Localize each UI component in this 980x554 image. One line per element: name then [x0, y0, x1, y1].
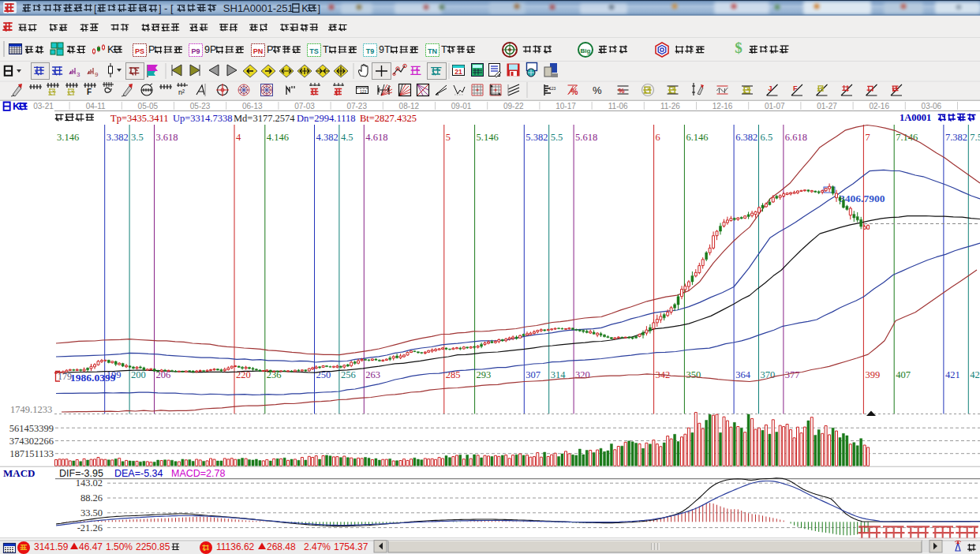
- svg-text:T: T: [323, 44, 329, 55]
- svg-text:DEA=-5.34: DEA=-5.34: [114, 468, 163, 479]
- svg-text:561453399: 561453399: [9, 423, 54, 434]
- svg-text:46.47: 46.47: [79, 541, 103, 552]
- svg-text:5.5: 5.5: [551, 132, 563, 143]
- svg-text:6.618: 6.618: [785, 132, 807, 143]
- svg-text:01-27: 01-27: [817, 102, 837, 110]
- svg-text:05-23: 05-23: [190, 102, 211, 110]
- svg-text:T: T: [441, 44, 447, 55]
- svg-text:123: 123: [549, 86, 556, 91]
- svg-text:TS: TS: [309, 47, 319, 55]
- svg-text:5.382: 5.382: [526, 132, 548, 143]
- svg-text:07-23: 07-23: [346, 102, 367, 110]
- svg-text:421: 421: [945, 369, 960, 380]
- svg-text:187151133: 187151133: [9, 448, 54, 459]
- svg-text:3.382: 3.382: [107, 132, 129, 143]
- svg-text:256: 256: [341, 369, 356, 380]
- svg-text:399: 399: [865, 369, 880, 380]
- svg-text:4.618: 4.618: [365, 132, 387, 143]
- svg-text:12-16: 12-16: [713, 102, 733, 110]
- svg-text:350: 350: [686, 369, 701, 380]
- svg-text:2250.85: 2250.85: [136, 541, 170, 552]
- svg-text:09-01: 09-01: [451, 102, 472, 110]
- svg-text:200: 200: [131, 369, 146, 380]
- svg-text:6: 6: [656, 132, 660, 143]
- svg-text:%: %: [593, 84, 602, 96]
- svg-text:] - [: ] - [: [159, 2, 174, 14]
- svg-text:SH1A0001-251: SH1A0001-251: [218, 2, 294, 14]
- svg-text:320: 320: [575, 369, 590, 380]
- svg-text:33.50: 33.50: [80, 507, 103, 518]
- svg-text:[: [: [94, 2, 97, 14]
- svg-text:3.5: 3.5: [131, 132, 144, 143]
- svg-text:J: J: [769, 84, 772, 92]
- svg-text:268.48: 268.48: [267, 541, 296, 552]
- svg-text:293: 293: [477, 369, 492, 380]
- svg-text:3141.59: 3141.59: [34, 541, 69, 552]
- svg-text:06-13: 06-13: [242, 102, 263, 110]
- svg-text:407: 407: [896, 369, 911, 380]
- svg-text:PS: PS: [135, 47, 144, 55]
- svg-text:-21.26: -21.26: [77, 522, 103, 533]
- svg-text:%: %: [571, 88, 578, 96]
- svg-text:9P: 9P: [204, 44, 216, 55]
- svg-text:2.47%: 2.47%: [304, 541, 331, 552]
- svg-text:11136.62: 11136.62: [216, 541, 255, 552]
- svg-text:6.382: 6.382: [735, 132, 757, 143]
- svg-text:Up=3314.7338: Up=3314.7338: [173, 113, 232, 124]
- svg-text:09-22: 09-22: [503, 102, 524, 110]
- svg-text:Bt=2827.4325: Bt=2827.4325: [360, 113, 417, 124]
- svg-text:07-03: 07-03: [294, 102, 315, 110]
- svg-text:$: $: [735, 39, 742, 56]
- svg-text:Big: Big: [581, 47, 591, 54]
- svg-text:05-05: 05-05: [138, 102, 159, 110]
- svg-text:3.146: 3.146: [57, 132, 79, 143]
- svg-text:6.146: 6.146: [686, 132, 708, 143]
- svg-text:7.146: 7.146: [896, 132, 918, 143]
- svg-text:3406.7900: 3406.7900: [840, 193, 885, 204]
- svg-text:P9: P9: [191, 47, 200, 55]
- svg-text:364: 364: [735, 369, 751, 380]
- svg-text:1749.1233: 1749.1233: [10, 404, 52, 415]
- svg-text:4.382: 4.382: [316, 132, 339, 143]
- svg-text:K: K: [107, 43, 114, 55]
- svg-text:1A0001: 1A0001: [900, 112, 931, 123]
- svg-text:n²: n²: [178, 88, 185, 96]
- svg-text:3.618: 3.618: [155, 132, 178, 143]
- svg-text:9T: 9T: [379, 44, 391, 55]
- svg-text:263: 263: [365, 369, 380, 380]
- svg-text:5.146: 5.146: [477, 132, 499, 143]
- svg-text:1.50%: 1.50%: [106, 541, 133, 552]
- svg-text:PN: PN: [253, 47, 264, 55]
- svg-text:]: ]: [317, 2, 320, 14]
- svg-text:MACD=2.78: MACD=2.78: [171, 468, 225, 479]
- svg-text:10-17: 10-17: [555, 102, 576, 110]
- svg-text:374302266: 374302266: [9, 436, 54, 447]
- svg-text:03-21: 03-21: [33, 102, 54, 110]
- svg-text:F: F: [87, 88, 92, 96]
- svg-text:11-26: 11-26: [660, 102, 680, 110]
- svg-text:5: 5: [446, 132, 451, 143]
- svg-text:143.02: 143.02: [76, 477, 103, 488]
- svg-text:307: 307: [526, 369, 540, 380]
- svg-text:3: 3: [77, 71, 80, 78]
- svg-text:4.146: 4.146: [267, 132, 289, 143]
- svg-text:21: 21: [454, 68, 462, 76]
- svg-text:%: %: [619, 87, 625, 95]
- svg-text:4: 4: [236, 132, 241, 143]
- svg-text:1754.37: 1754.37: [334, 541, 368, 552]
- svg-text:01-07: 01-07: [765, 102, 785, 110]
- svg-text:Md=3177.2574: Md=3177.2574: [234, 113, 295, 124]
- svg-text:TN: TN: [428, 47, 437, 55]
- svg-text:P: P: [267, 44, 273, 55]
- svg-text:P: P: [148, 44, 155, 55]
- svg-text:4.5: 4.5: [341, 132, 353, 143]
- svg-text:Tp=3435.3411: Tp=3435.3411: [110, 113, 169, 124]
- svg-text:1986.0399: 1986.0399: [70, 372, 116, 384]
- svg-text:7: 7: [865, 132, 870, 143]
- svg-text:7.5: 7.5: [970, 132, 980, 143]
- svg-text:11-06: 11-06: [608, 102, 628, 110]
- svg-text:5.618: 5.618: [575, 132, 597, 143]
- svg-text:428: 428: [970, 369, 980, 380]
- svg-text:9: 9: [95, 71, 99, 78]
- svg-text:Dn=2994.1118: Dn=2994.1118: [297, 113, 356, 124]
